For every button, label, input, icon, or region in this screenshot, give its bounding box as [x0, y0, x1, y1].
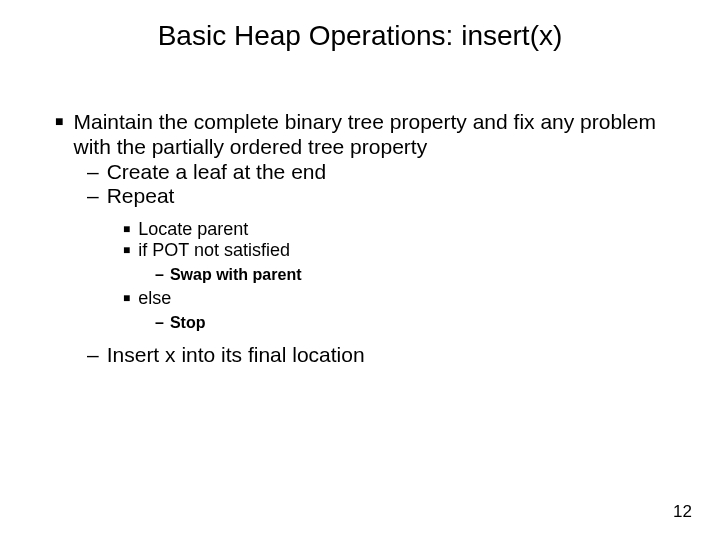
dash-bullet-icon: –	[155, 266, 164, 285]
slide-title: Basic Heap Operations: insert(x)	[0, 20, 720, 52]
dash-bullet-icon: –	[87, 160, 99, 185]
dash-bullet-icon: –	[155, 314, 164, 333]
square-bullet-icon: ■	[123, 291, 130, 305]
bullet-else: ■ else	[123, 288, 680, 309]
bullet-repeat: – Repeat	[87, 184, 680, 209]
bullet-insert-final: – Insert x into its final location	[87, 343, 680, 368]
bullet-swap: – Swap with parent	[155, 266, 680, 285]
bullet-text: Maintain the complete binary tree proper…	[73, 110, 680, 160]
bullet-text: Stop	[170, 314, 680, 333]
square-bullet-icon: ■	[123, 222, 130, 236]
square-bullet-icon: ■	[55, 113, 63, 130]
bullet-text: else	[138, 288, 680, 309]
page-number: 12	[673, 502, 692, 522]
bullet-text: Locate parent	[138, 219, 680, 240]
square-bullet-icon: ■	[123, 243, 130, 257]
bullet-text: Insert x into its final location	[107, 343, 680, 368]
bullet-stop: – Stop	[155, 314, 680, 333]
bullet-create-leaf: – Create a leaf at the end	[87, 160, 680, 185]
bullet-main: ■ Maintain the complete binary tree prop…	[55, 110, 680, 160]
bullet-text: Repeat	[107, 184, 680, 209]
slide: Basic Heap Operations: insert(x) ■ Maint…	[0, 0, 720, 540]
bullet-text: Create a leaf at the end	[107, 160, 680, 185]
bullet-text: Swap with parent	[170, 266, 680, 285]
dash-bullet-icon: –	[87, 184, 99, 209]
bullet-locate-parent: ■ Locate parent	[123, 219, 680, 240]
bullet-text: if POT not satisfied	[138, 240, 680, 261]
bullet-if-pot: ■ if POT not satisfied	[123, 240, 680, 261]
slide-body: ■ Maintain the complete binary tree prop…	[55, 110, 680, 367]
dash-bullet-icon: –	[87, 343, 99, 368]
